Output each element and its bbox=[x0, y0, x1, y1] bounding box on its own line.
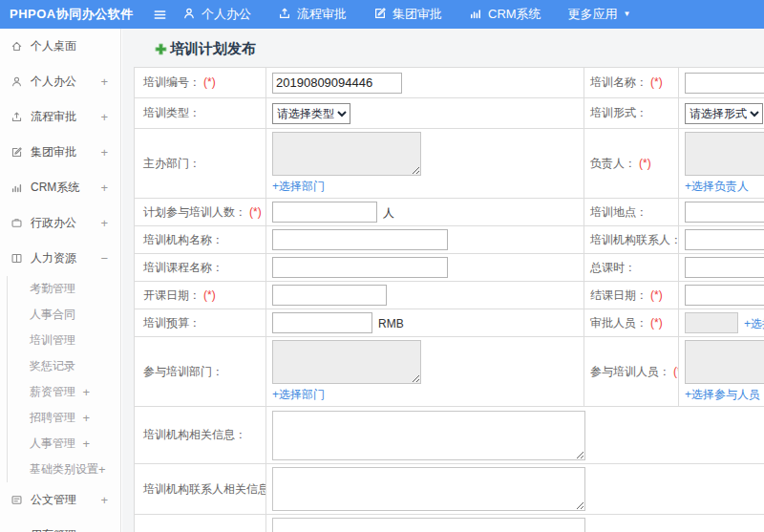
expand-plus-icon[interactable]: + bbox=[98, 462, 106, 477]
sidebar: 个人桌面 个人办公 + 流程审批 + 集团审批 + CRM系统 + 行政办公 +… bbox=[0, 29, 121, 532]
training-type-select[interactable]: 请选择类型 bbox=[272, 103, 350, 124]
sidebar-item-group-approval[interactable]: 集团审批 + bbox=[0, 135, 120, 170]
sidebar-item-workflow-approval[interactable]: 流程审批 + bbox=[0, 99, 120, 135]
hamburger-menu-icon[interactable] bbox=[153, 8, 167, 22]
main-content: 培训计划发布 培训编号：(*) 培训名称：(*) 培训类型： 请选择类型 培训形… bbox=[122, 29, 764, 532]
sidebar-item-personal-office[interactable]: 个人办公 + bbox=[0, 64, 120, 99]
sidebar-subitem-base-category[interactable]: 基础类别设置 + bbox=[8, 457, 120, 482]
nav-more-apps[interactable]: 更多应用 ▼ bbox=[568, 6, 631, 23]
sidebar-subitem-label: 考勤管理 bbox=[30, 281, 75, 297]
form-row-org-info: 培训机构相关信息： bbox=[135, 407, 764, 464]
sidebar-subitem-rewards[interactable]: 奖惩记录 bbox=[8, 353, 120, 379]
expand-plus-icon[interactable]: + bbox=[100, 110, 108, 124]
join-people-textarea[interactable] bbox=[685, 340, 764, 384]
required-mark: (*) bbox=[650, 288, 663, 302]
upload-icon bbox=[11, 111, 23, 123]
expand-plus-icon[interactable]: + bbox=[82, 436, 90, 451]
form-row-budget-approver: 培训预算： RMB 审批人员：(*) +选择审批人员 bbox=[135, 309, 764, 337]
total-hours-input[interactable] bbox=[685, 257, 764, 278]
budget-input[interactable] bbox=[272, 312, 372, 333]
select-dept-link[interactable]: +选择部门 bbox=[272, 387, 325, 403]
training-no-input[interactable] bbox=[272, 73, 402, 94]
sidebar-subitem-attendance[interactable]: 考勤管理 bbox=[8, 276, 120, 302]
host-dept-textarea[interactable] bbox=[272, 132, 421, 176]
budget-label: 培训预算： bbox=[135, 309, 266, 337]
approver-label: 审批人员：(*) bbox=[584, 309, 679, 337]
planned-count-label: 计划参与培训人数：(*) bbox=[135, 199, 266, 226]
required-mark: (*) bbox=[650, 316, 663, 330]
end-date-input[interactable] bbox=[685, 285, 764, 306]
sidebar-subitem-label: 招聘管理 bbox=[30, 410, 75, 426]
required-mark: (*) bbox=[203, 75, 216, 89]
nav-workflow-approval[interactable]: 流程审批 bbox=[278, 6, 347, 23]
count-suffix: 人 bbox=[383, 206, 394, 220]
app-logo: PHPOA协同办公软件 bbox=[0, 6, 134, 23]
required-mark: (*) bbox=[650, 75, 663, 89]
select-approver-link[interactable]: +选择审批人员 bbox=[744, 317, 764, 330]
nav-personal-office[interactable]: 个人办公 bbox=[182, 6, 251, 23]
budget-suffix: RMB bbox=[378, 317, 404, 330]
planned-count-input[interactable] bbox=[272, 202, 377, 223]
expand-plus-icon[interactable]: + bbox=[100, 145, 108, 160]
sidebar-item-label: 用车管理 bbox=[31, 527, 76, 532]
org-contact-info-textarea[interactable] bbox=[272, 467, 585, 511]
nav-crm-system[interactable]: CRM系统 bbox=[469, 6, 541, 23]
join-people-label: 参与培训人员：(*) bbox=[584, 337, 679, 407]
form-row-org-contact-info: 培训机构联系人相关信息： bbox=[135, 464, 764, 515]
edit-icon bbox=[11, 146, 23, 159]
expand-plus-icon[interactable]: + bbox=[100, 74, 108, 89]
form-row-dept-leader: 主办部门： +选择部门 负责人：(*) +选择负责人 bbox=[135, 129, 764, 199]
sidebar-subitem-label: 人事管理 bbox=[30, 436, 75, 452]
required-mark: (*) bbox=[639, 157, 651, 170]
sidebar-subitem-hr-contract[interactable]: 人事合同 bbox=[8, 302, 120, 328]
expand-plus-icon[interactable]: + bbox=[100, 181, 108, 195]
sidebar-subitem-label: 培训管理 bbox=[30, 332, 75, 349]
expand-plus-icon[interactable]: + bbox=[100, 528, 108, 532]
required-mark: (*) bbox=[203, 288, 216, 302]
document-icon bbox=[11, 494, 23, 506]
sidebar-subitem-label: 奖惩记录 bbox=[30, 358, 75, 374]
sidebar-item-hr[interactable]: 人力资源 − bbox=[0, 241, 120, 276]
sidebar-item-crm[interactable]: CRM系统 + bbox=[0, 170, 120, 205]
expand-plus-icon[interactable]: + bbox=[100, 216, 108, 230]
sidebar-subitem-personnel[interactable]: 人事管理 + bbox=[8, 431, 120, 457]
leader-textarea[interactable] bbox=[685, 132, 764, 176]
org-contact-input[interactable] bbox=[685, 229, 764, 250]
training-form-select[interactable]: 请选择形式 bbox=[685, 103, 763, 124]
join-dept-textarea[interactable] bbox=[272, 340, 421, 384]
expand-plus-icon[interactable]: + bbox=[82, 411, 90, 425]
sidebar-subitem-recruit[interactable]: 招聘管理 + bbox=[8, 405, 120, 431]
sidebar-subitem-training[interactable]: 培训管理 bbox=[8, 328, 120, 353]
page-title: 培训计划发布 bbox=[155, 40, 764, 58]
start-date-input[interactable] bbox=[272, 285, 387, 306]
join-dept-label: 参与培训部门： bbox=[135, 337, 266, 407]
topbar: PHPOA协同办公软件 个人办公 流程审批 集团审批 CRM系统 更多应用 ▼ bbox=[0, 0, 764, 29]
sidebar-item-admin-office[interactable]: 行政办公 + bbox=[0, 205, 120, 241]
sidebar-subitem-label: 人事合同 bbox=[30, 307, 75, 323]
approver-input[interactable] bbox=[685, 312, 738, 333]
sidebar-item-document-mgmt[interactable]: 公文管理 + bbox=[0, 482, 120, 518]
select-dept-link[interactable]: +选择部门 bbox=[272, 179, 325, 195]
sidebar-item-label: 人力资源 bbox=[31, 250, 76, 266]
end-date-label: 结课日期：(*) bbox=[584, 282, 679, 309]
nav-group-approval[interactable]: 集团审批 bbox=[373, 6, 442, 23]
collapse-minus-icon[interactable]: − bbox=[100, 251, 108, 266]
sidebar-subitem-salary[interactable]: 薪资管理 + bbox=[8, 379, 120, 405]
expand-plus-icon[interactable]: + bbox=[100, 493, 108, 507]
org-contact-info-label: 培训机构联系人相关信息： bbox=[135, 464, 266, 515]
expand-plus-icon[interactable]: + bbox=[82, 385, 90, 399]
org-info-textarea[interactable] bbox=[272, 411, 585, 460]
course-name-input[interactable] bbox=[272, 257, 448, 278]
org-contact-label: 培训机构联系人： bbox=[584, 226, 679, 254]
sidebar-item-vehicle-mgmt[interactable]: 用车管理 + bbox=[0, 518, 120, 532]
select-participants-link[interactable]: +选择参与人员 bbox=[685, 387, 760, 403]
sidebar-item-personal-desktop[interactable]: 个人桌面 bbox=[0, 29, 120, 64]
sidebar-item-label: 行政办公 bbox=[31, 215, 76, 231]
select-leader-link[interactable]: +选择负责人 bbox=[685, 179, 749, 195]
training-name-input[interactable] bbox=[685, 73, 764, 94]
bar-chart-icon bbox=[11, 181, 23, 194]
org-name-input[interactable] bbox=[272, 229, 448, 250]
location-input[interactable] bbox=[685, 202, 764, 223]
requirement-textarea[interactable] bbox=[272, 518, 585, 532]
sidebar-item-label: 集团审批 bbox=[31, 144, 76, 160]
